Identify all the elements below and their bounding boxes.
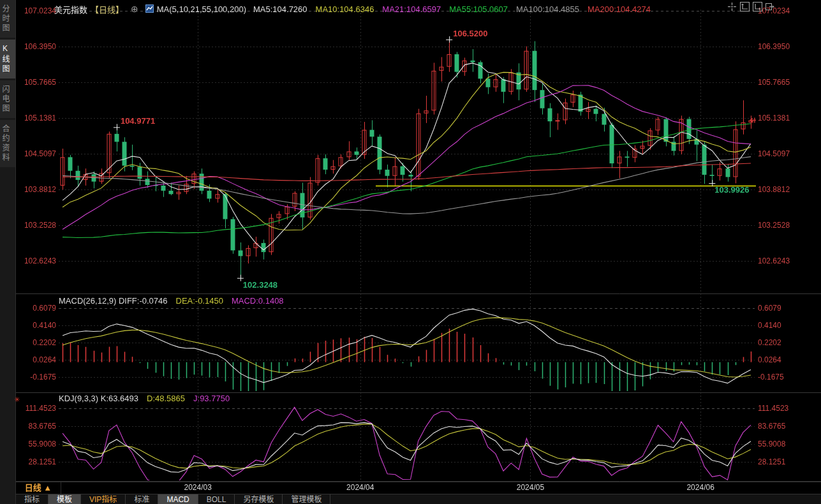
y-axis-label: 0.2202 bbox=[758, 338, 781, 347]
bottom-tab-模板[interactable]: 模板 bbox=[48, 494, 81, 504]
chart-type-sidebar: 分时图K线图闪电图合约资料 bbox=[0, 0, 16, 504]
sidebar-tab-分时图[interactable]: 分时图 bbox=[0, 0, 15, 38]
macd-panel-header: MACD(26,12,9) DIFF:-0.0746DEA:-0.1450MAC… bbox=[59, 296, 284, 306]
ma-value: MA21:104.6597 bbox=[382, 4, 441, 14]
ma-value: MA5:104.7260 bbox=[253, 4, 307, 14]
chart-canvas[interactable] bbox=[0, 0, 821, 504]
x-axis-row: 日线 ▲ bbox=[16, 482, 821, 494]
main-chart-header: 美元指数 【日线】 ⊕ MA(5,10,21,55,100,200) MA5:1… bbox=[54, 3, 651, 15]
period-title: 【日线】 bbox=[91, 3, 124, 15]
sidebar-tab-K线图[interactable]: K线图 bbox=[0, 40, 15, 78]
circle-plus-icon[interactable]: ⊕ bbox=[131, 5, 138, 13]
y-axis-label: 103.2528 bbox=[758, 221, 790, 230]
bottom-tab-bar: 指标模板VIP指标标准MACDBOLL另存模板管理模板 bbox=[16, 494, 821, 504]
y-axis-label: 103.8812 bbox=[18, 185, 56, 194]
macd-value: MACD(26,12,9) DIFF:-0.0746 bbox=[59, 296, 168, 306]
bottom-tab-管理模板[interactable]: 管理模板 bbox=[283, 494, 330, 504]
y-axis-label: 104.5097 bbox=[18, 149, 56, 158]
y-axis-label: 0.2202 bbox=[18, 338, 56, 347]
y-axis-label: 28.1251 bbox=[758, 457, 785, 466]
kdj-values: KDJ(9,3,3) K:63.6493D:48.5865J:93.7750 bbox=[59, 394, 230, 403]
ma-value: MA55:105.0607 bbox=[449, 4, 508, 14]
move-tool-icon[interactable] bbox=[727, 2, 737, 11]
y-axis-label: 0.0264 bbox=[18, 355, 56, 364]
y-axis-label: 106.3950 bbox=[18, 42, 56, 51]
y-axis-label: 55.9008 bbox=[18, 440, 56, 448]
sidebar-tab-闪电图[interactable]: 闪电图 bbox=[0, 80, 15, 118]
y-axis-label: 102.6243 bbox=[18, 256, 56, 265]
trading-terminal: 分时图K线图闪电图合约资料 美元指数 【日线】 ⊕ MA(5,10,21,55,… bbox=[0, 0, 821, 504]
ma-values: MA5:104.7260MA10:104.6346MA21:104.6597MA… bbox=[253, 4, 651, 14]
y-axis-label: 107.0234 bbox=[18, 6, 56, 15]
y-axis-label: 111.4523 bbox=[18, 404, 56, 413]
y-axis-label: 83.6765 bbox=[758, 422, 785, 431]
ma-value: MA200:104.4274 bbox=[588, 4, 651, 14]
kdj-panel-header: KDJ(9,3,3) K:63.6493D:48.5865J:93.7750 bbox=[59, 394, 230, 403]
indicator-alert-icon[interactable]: ✳ bbox=[14, 396, 20, 404]
kdj-value: J:93.7750 bbox=[193, 394, 230, 403]
y-axis-label: 0.0264 bbox=[758, 355, 781, 364]
y-axis-label: 83.6765 bbox=[18, 422, 56, 431]
line-chart-icon bbox=[145, 4, 154, 15]
sidebar-tab-合约资料[interactable]: 合约资料 bbox=[0, 120, 15, 167]
y-axis-label: 0.6079 bbox=[758, 304, 781, 313]
macd-value: MACD:0.1408 bbox=[232, 296, 284, 306]
y-axis-label: 0.6079 bbox=[18, 304, 56, 313]
kdj-value: KDJ(9,3,3) K:63.6493 bbox=[59, 394, 138, 403]
bottom-tab-另存模板[interactable]: 另存模板 bbox=[235, 494, 283, 504]
export-icon[interactable] bbox=[766, 2, 775, 11]
y-axis-label: 105.1381 bbox=[18, 114, 56, 122]
y-axis-label: 111.4523 bbox=[758, 404, 788, 413]
symbol-title: 美元指数 bbox=[54, 3, 87, 15]
y-axis-label: 104.5097 bbox=[758, 149, 790, 158]
y-axis-label: 106.3950 bbox=[758, 42, 790, 51]
ma-value: MA100:104.4855 bbox=[516, 4, 579, 14]
scale-right-icon[interactable] bbox=[753, 2, 762, 11]
y-axis-label: 28.1251 bbox=[18, 457, 56, 466]
y-axis-label: 103.8812 bbox=[758, 185, 790, 194]
ma-group-label: MA(5,10,21,55,100,200) bbox=[157, 4, 246, 14]
kdj-value: D:48.5865 bbox=[147, 394, 185, 403]
price-annotation: 103.9926 bbox=[714, 185, 749, 195]
period-selector[interactable]: 日线 ▲ bbox=[16, 482, 61, 494]
y-axis-label: 0.4140 bbox=[18, 321, 56, 330]
price-annotation: 106.5200 bbox=[453, 29, 487, 38]
macd-value: DEA:-0.1450 bbox=[176, 296, 223, 306]
y-axis-label: 105.1381 bbox=[758, 114, 790, 122]
ma-value: MA10:104.6346 bbox=[316, 4, 374, 14]
y-axis-label: 102.6243 bbox=[758, 256, 790, 265]
y-axis-label: 105.7665 bbox=[758, 78, 790, 87]
bottom-tab-BOLL[interactable]: BOLL bbox=[198, 494, 235, 504]
bottom-tab-指标[interactable]: 指标 bbox=[16, 494, 48, 504]
price-annotation: 102.3248 bbox=[243, 280, 277, 290]
y-axis-label: 103.2528 bbox=[18, 221, 56, 230]
y-axis-label: 0.4140 bbox=[758, 321, 781, 330]
y-axis-label: 55.9008 bbox=[758, 440, 785, 448]
bottom-tab-MACD[interactable]: MACD bbox=[158, 494, 198, 504]
chart-toolbar bbox=[727, 2, 775, 11]
price-annotation: 104.9771 bbox=[121, 116, 155, 126]
bottom-tab-标准[interactable]: 标准 bbox=[126, 494, 158, 504]
y-axis-label: -0.1675 bbox=[18, 373, 56, 382]
y-axis-label: 105.7665 bbox=[18, 78, 56, 87]
scale-up-icon[interactable] bbox=[740, 2, 750, 11]
bottom-tab-VIP指标[interactable]: VIP指标 bbox=[81, 494, 126, 504]
y-axis-label: -0.1675 bbox=[758, 373, 784, 382]
macd-values: MACD(26,12,9) DIFF:-0.0746DEA:-0.1450MAC… bbox=[59, 296, 284, 306]
